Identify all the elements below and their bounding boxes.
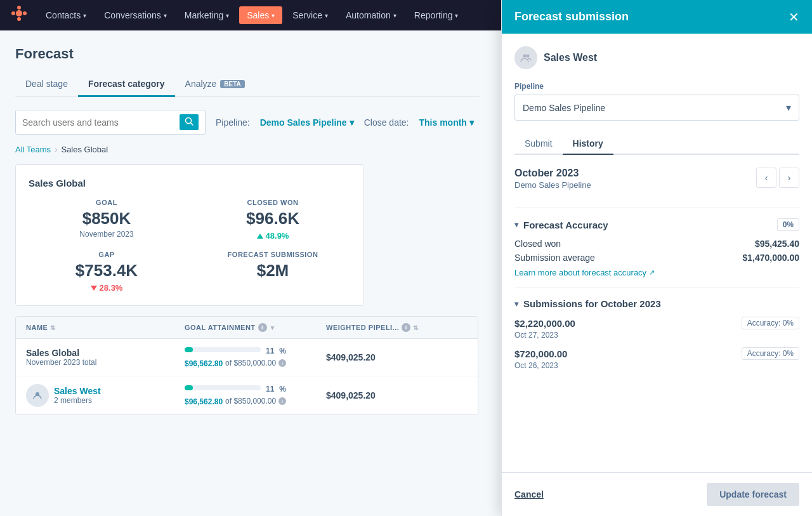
app-logo: [10, 4, 28, 26]
month-nav: October 2023 Demo Sales Pipeline ‹ ›: [514, 168, 799, 195]
tab-deal-stage[interactable]: Deal stage: [15, 72, 78, 97]
close-date-value[interactable]: This month ▾: [419, 117, 473, 128]
svg-point-3: [11, 11, 15, 15]
nav-automation-chevron: ▾: [393, 12, 396, 19]
up-triangle-icon: [257, 234, 263, 239]
prev-month-button[interactable]: ‹: [756, 168, 776, 188]
submissions-header[interactable]: ▾ Submissions for October 2023: [514, 298, 799, 309]
row-1-progress-fill: [185, 347, 193, 352]
pipeline-dropdown-trigger[interactable]: Demo Sales Pipeline ▾: [514, 95, 799, 121]
svg-line-6: [191, 123, 193, 126]
submissions-chevron-icon: ▾: [514, 300, 518, 308]
data-table: NAME ⇅ GOAL ATTAINMENT i ▼ WEIGHTED PIPE…: [15, 316, 478, 415]
beta-badge: BETA: [220, 80, 244, 88]
submission-2-amount: $720,000.00: [514, 348, 567, 359]
submission-1-top: $2,220,000.00 Accuracy: 0%: [514, 317, 799, 329]
stat-goal-label: GOAL: [29, 199, 185, 206]
row-2-progress-pct: 11: [266, 385, 274, 394]
search-box: [15, 110, 206, 135]
submission-avg-row: Submission average $1,470,000.00: [514, 253, 799, 263]
stat-closed-won-label: CLOSED WON: [195, 199, 351, 206]
nav-contacts[interactable]: Contacts ▾: [38, 6, 94, 24]
pipeline-chevron-icon: ▾: [350, 117, 354, 128]
accuracy-chevron-icon: ▾: [514, 220, 518, 229]
row-1-weighted: $409,025.20: [326, 352, 468, 362]
tab-analyze[interactable]: Analyze BETA: [175, 72, 255, 97]
info-row2-icon[interactable]: i: [278, 397, 286, 405]
stats-grid: GOAL $850K November 2023 CLOSED WON $96.…: [29, 199, 351, 293]
info-weighted-icon[interactable]: i: [402, 323, 410, 332]
pipeline-label: Pipeline: [514, 82, 799, 91]
submission-1-accuracy: Accuracy: 0%: [742, 317, 799, 329]
row-1-name-cell: Sales Global November 2023 total: [26, 348, 185, 367]
stat-gap-label: GAP: [29, 251, 185, 258]
row-1-progress-bar: [185, 347, 261, 352]
stat-gap-change: 28.3%: [29, 283, 185, 293]
breadcrumb-all-teams[interactable]: All Teams: [15, 145, 51, 154]
pipeline-dropdown-value: Demo Sales Pipeline: [523, 103, 605, 113]
learn-more-link[interactable]: Learn more about forecast accuracy ↗: [514, 268, 799, 277]
close-date-label: Close date:: [364, 117, 409, 128]
forecast-accuracy-body: Closed won $95,425.40 Submission average…: [514, 239, 799, 277]
row-1-progress-pct: 11: [266, 347, 274, 355]
nav-automation[interactable]: Automation ▾: [338, 6, 404, 24]
row-2-name-cell: Sales West 2 members: [26, 384, 185, 407]
search-icon: [185, 117, 193, 126]
nav-sales[interactable]: Sales ▾: [239, 6, 282, 24]
sort-name-icon[interactable]: ⇅: [50, 324, 56, 331]
breadcrumb-separator: ›: [55, 145, 57, 154]
down-triangle-icon: [91, 286, 97, 291]
nav-service-chevron: ▾: [325, 12, 328, 19]
forecast-accuracy-section: ▾ Forecast Accuracy 0% Closed won $95,42…: [514, 208, 799, 288]
stats-card: Sales Global GOAL $850K November 2023 CL…: [15, 164, 364, 306]
tab-forecast-category[interactable]: Forecast category: [78, 72, 175, 97]
forecast-accuracy-header[interactable]: ▾ Forecast Accuracy 0%: [514, 218, 799, 231]
panel-team-row: Sales West: [514, 46, 799, 69]
svg-point-8: [523, 55, 527, 58]
stat-closed-won-change: 48.9%: [195, 231, 351, 241]
sort-goal-icon[interactable]: ▼: [270, 324, 276, 331]
row-2-name[interactable]: Sales West: [54, 386, 101, 396]
submission-avg-label: Submission average: [514, 253, 595, 263]
panel-close-button[interactable]: ✕: [789, 11, 799, 23]
page-title: Forecast: [15, 46, 480, 62]
submission-2-accuracy: Accuracy: 0%: [742, 347, 799, 360]
row-1-amount: $96,562.80: [185, 359, 223, 368]
search-input[interactable]: [22, 117, 174, 128]
search-button[interactable]: [180, 114, 199, 130]
th-goal-attainment: GOAL ATTAINMENT i ▼: [185, 323, 326, 332]
history-pipeline-sub: Demo Sales Pipeline: [514, 180, 591, 190]
next-month-button[interactable]: ›: [779, 168, 799, 188]
stat-closed-won-value: $96.6K: [195, 209, 351, 228]
row-1-weighted-cell: $409,025.20: [326, 352, 468, 362]
nav-marketing[interactable]: Marketing ▾: [177, 6, 237, 24]
sort-weighted-icon[interactable]: ⇅: [413, 324, 419, 331]
row-2-amount: $96,562.80: [185, 397, 223, 406]
panel-tab-submit[interactable]: Submit: [514, 133, 563, 155]
pipeline-dropdown: Demo Sales Pipeline ▾: [514, 95, 799, 121]
closed-won-val: $95,425.40: [755, 239, 799, 249]
svg-point-4: [23, 11, 27, 15]
info-goal-icon[interactable]: i: [258, 323, 267, 332]
row-1-sub: November 2023 total: [26, 358, 185, 367]
submission-2-date: Oct 26, 2023: [514, 361, 799, 370]
panel-team-name: Sales West: [544, 52, 597, 63]
main-content: Forecast Deal stage Forecast category An…: [0, 30, 495, 415]
row-2-weighted-cell: $409,025.20: [326, 390, 468, 400]
panel-tab-history[interactable]: History: [563, 133, 613, 155]
pipeline-filter-value[interactable]: Demo Sales Pipeline ▾: [260, 117, 354, 128]
team-avatar: [514, 46, 537, 69]
closed-won-label: Closed won: [514, 239, 561, 249]
stats-card-title: Sales Global: [29, 178, 351, 189]
submission-avg-val: $1,470,000.00: [742, 253, 799, 263]
nav-conversations[interactable]: Conversations ▾: [96, 6, 174, 24]
info-row1-icon[interactable]: i: [278, 359, 286, 367]
forecast-accuracy-title: ▾ Forecast Accuracy: [514, 220, 608, 230]
row-2-sub: 2 members: [54, 396, 101, 405]
nav-service[interactable]: Service ▾: [285, 6, 336, 24]
row-2-progress-fill: [185, 385, 193, 390]
row-2-avatar: [26, 384, 49, 407]
table-row: Sales West 2 members 11% $96,562.80 of $…: [16, 376, 478, 414]
nav-sales-chevron: ▾: [272, 12, 275, 19]
nav-reporting[interactable]: Reporting ▾: [407, 6, 466, 24]
